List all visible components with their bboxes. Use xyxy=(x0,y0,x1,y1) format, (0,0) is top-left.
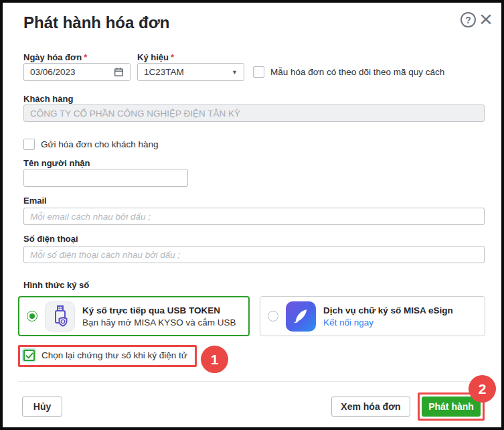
annotation-badge-step2: 2 xyxy=(469,375,496,403)
recipient-name-input[interactable] xyxy=(23,169,188,187)
template-tracking-label: Mẫu hóa đơn có theo dõi theo mã quy cách xyxy=(270,67,444,77)
phone-label: Số điện thoại xyxy=(23,234,78,244)
esign-feather-icon xyxy=(286,301,316,332)
required-mark: * xyxy=(171,52,174,62)
customer-label: Khách hàng xyxy=(23,94,73,104)
invoice-date-label: Ngày hóa đơn* xyxy=(23,52,87,62)
symbol-label: Ký hiệu* xyxy=(137,52,174,62)
usb-token-radio[interactable] xyxy=(27,311,37,321)
template-tracking-checkbox[interactable] xyxy=(253,66,264,78)
send-to-customer-label: Gửi hóa đơn cho khách hàng xyxy=(41,139,159,149)
issue-invoice-dialog: Phát hành hóa đơn ? × Ngày hóa đơn* Ký h… xyxy=(0,0,504,430)
preview-invoice-button[interactable]: Xem hóa đơn xyxy=(331,397,410,417)
symbol-selected-value: 1C23TAM xyxy=(144,67,184,77)
calendar-icon[interactable] xyxy=(114,67,124,77)
issue-button[interactable]: Phát hành xyxy=(422,397,481,417)
esign-title: Dịch vụ chữ ký số MISA eSign xyxy=(323,305,453,315)
customer-fieldwrap xyxy=(23,104,485,122)
dialog-title: Phát hành hóa đơn xyxy=(23,13,169,32)
recipient-name-fieldwrap xyxy=(23,169,188,187)
usb-token-title: Ký số trực tiếp qua USB TOKEN xyxy=(82,305,236,315)
recipient-name-label: Tên người nhận xyxy=(23,158,90,168)
required-mark: * xyxy=(84,52,87,62)
esign-texts: Dịch vụ chữ ký số MISA eSign Kết nối nga… xyxy=(323,305,453,328)
phone-input[interactable] xyxy=(23,246,485,263)
customer-input xyxy=(23,104,485,122)
email-input[interactable] xyxy=(23,208,485,225)
help-icon[interactable]: ? xyxy=(460,12,476,27)
chevron-down-icon: ▼ xyxy=(232,69,238,76)
close-icon[interactable]: × xyxy=(479,3,493,34)
help-glyph: ? xyxy=(465,15,471,25)
email-label: Email xyxy=(23,196,47,206)
phone-fieldwrap xyxy=(23,246,485,263)
email-fieldwrap xyxy=(23,208,485,225)
footer-divider xyxy=(18,381,485,382)
esign-connect-link[interactable]: Kết nối ngay xyxy=(323,317,453,328)
esign-radio[interactable] xyxy=(268,311,278,321)
annotation-badge-step1: 1 xyxy=(201,346,228,373)
symbol-select[interactable]: 1C23TAM ▼ xyxy=(137,63,244,81)
usb-token-texts: Ký số trực tiếp qua USB TOKEN Bạn hãy mở… xyxy=(82,305,236,328)
reselect-certificate-checkbox[interactable] xyxy=(23,350,35,361)
cancel-button[interactable]: Hủy xyxy=(22,397,62,417)
sign-option-esign[interactable]: Dịch vụ chữ ký số MISA eSign Kết nối nga… xyxy=(260,296,485,336)
reselect-certificate-label: Chọn lại chứng thư số khi ký điện tử xyxy=(41,350,187,360)
sign-method-label: Hình thức ký số xyxy=(23,280,89,290)
sign-option-usb-token[interactable]: Ký số trực tiếp qua USB TOKEN Bạn hãy mở… xyxy=(18,296,250,336)
send-to-customer-checkbox[interactable] xyxy=(23,139,35,150)
close-glyph: × xyxy=(479,6,493,31)
usb-token-subtitle: Bạn hãy mở MISA KYSO và cắm USB xyxy=(82,317,236,328)
usb-token-icon xyxy=(45,301,75,332)
